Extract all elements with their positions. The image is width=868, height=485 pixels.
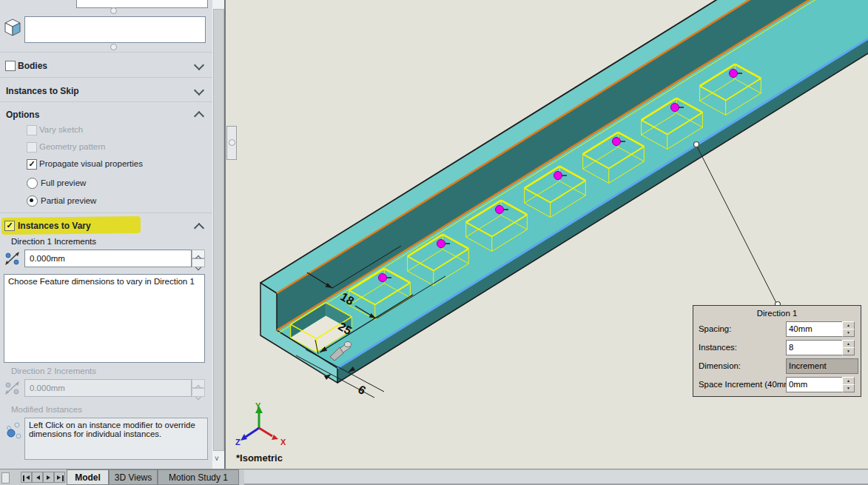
space-increment-input[interactable]: 0mm <box>786 377 844 392</box>
option-label: Full preview <box>41 178 86 187</box>
callout-row-space-increment: Space Increment (40mm) : 0mm ▲▼ <box>693 376 861 395</box>
direction1-callout[interactable]: Direction 1 Spacing: 40mm ▲▼ Instances: … <box>693 305 861 397</box>
graphics-viewport[interactable]: 18 25 6 <box>224 0 868 469</box>
section-options[interactable]: Options <box>0 105 212 124</box>
section-label: Options <box>6 110 39 120</box>
section-label: Instances to Vary <box>18 221 91 231</box>
direction2-increment-input: 0.000mm <box>24 379 192 397</box>
selection-box-2[interactable] <box>24 16 206 43</box>
callout-leader <box>694 142 781 307</box>
orientation-triad <box>240 406 278 441</box>
callout-label: Dimension: <box>699 361 741 370</box>
solid-body-icon <box>4 19 21 37</box>
partial-preview-radio[interactable] <box>27 195 38 207</box>
scrollbar-down-arrow[interactable]: ˅ <box>215 455 219 463</box>
dimension-6[interactable]: 6 <box>356 383 368 397</box>
tab-3d-views[interactable]: 3D Views <box>109 469 158 485</box>
property-manager-panel: Bodies Instances to Skip Options Vary sk… <box>0 0 212 469</box>
callout-title: Direction 1 <box>693 306 861 321</box>
instance-modifier-dot[interactable] <box>437 240 445 248</box>
bodies-checkbox[interactable] <box>5 61 16 71</box>
instances-value-input[interactable]: 8 <box>786 340 844 355</box>
tabbar-empty-area <box>244 470 868 485</box>
callout-label: Space Increment (40mm) : <box>699 380 798 389</box>
resize-handle-icon[interactable] <box>110 7 117 14</box>
full-preview-radio[interactable] <box>27 178 38 189</box>
instance-modifier-dot[interactable] <box>554 172 562 180</box>
modified-instances-label: Modified Instances <box>11 405 82 414</box>
direction1-dimensions-listbox[interactable]: Choose Feature dimensions to vary in Dir… <box>4 274 205 363</box>
spacing-spinner[interactable]: ▲▼ <box>842 321 855 337</box>
direction1-increment-input[interactable]: 0.000mm <box>24 250 192 267</box>
section-instances-to-skip[interactable]: Instances to Skip <box>0 81 212 101</box>
geometry-pattern-checkbox[interactable] <box>27 142 37 153</box>
spinner-up-button[interactable] <box>192 250 205 258</box>
spacing-increment-icon-disabled <box>2 379 22 397</box>
next-tab-button[interactable] <box>43 472 54 483</box>
chevron-up-icon[interactable] <box>194 111 204 121</box>
prev-tab-button[interactable] <box>32 472 43 483</box>
panel-splitter-handle[interactable] <box>226 126 237 160</box>
chevron-up-icon[interactable] <box>194 223 204 233</box>
instance-modifier-dot[interactable] <box>613 138 621 146</box>
selection-box-1[interactable] <box>76 0 208 8</box>
instance-modifier-dot[interactable] <box>496 206 504 214</box>
section-bodies[interactable]: Bodies <box>0 56 212 76</box>
space-increment-spinner[interactable]: ▲▼ <box>842 377 855 392</box>
option-label: Partial preview <box>41 196 96 205</box>
view-orientation-label: *Isometric <box>236 452 283 464</box>
section-label: Bodies <box>18 61 47 71</box>
splitter-circle-icon <box>229 139 235 146</box>
spinner-down-button[interactable] <box>192 258 205 267</box>
instance-modifier-dot[interactable] <box>730 70 738 78</box>
instance-modifier-dots-icon <box>1 419 24 441</box>
option-label: Vary sketch <box>39 125 83 134</box>
solidworks-window: Bodies Instances to Skip Options Vary sk… <box>0 0 868 485</box>
tab-model[interactable]: Model <box>67 469 109 485</box>
callout-row-spacing: Spacing: 40mm ▲▼ <box>693 321 861 339</box>
chevron-down-icon[interactable] <box>194 85 204 96</box>
resize-handle-icon[interactable] <box>110 44 117 50</box>
instance-modifier-dot[interactable] <box>671 104 679 112</box>
option-label: Geometry pattern <box>39 142 105 151</box>
spacing-increment-icon <box>2 250 22 267</box>
dimension-mode-cell[interactable]: Increment <box>786 358 858 374</box>
last-tab-button[interactable] <box>54 472 65 483</box>
3d-scene: 18 25 6 <box>226 0 868 469</box>
triad-x-label: X <box>280 438 286 446</box>
spacing-value-input[interactable]: 40mm <box>786 321 844 337</box>
callout-row-instances: Instances: 8 ▲▼ <box>693 339 861 358</box>
section-instances-to-vary[interactable]: Instances to Vary <box>0 219 212 237</box>
horizontal-scroll-stub[interactable] <box>1 472 10 484</box>
scrollbar-thumb[interactable] <box>213 9 224 451</box>
direction2-increments-label: Direction 2 Increments <box>11 367 96 375</box>
spinner-down-button-disabled <box>192 388 205 397</box>
callout-label: Spacing: <box>699 324 731 333</box>
instances-spinner[interactable]: ▲▼ <box>842 340 855 355</box>
callout-row-dimension: Dimension: Increment <box>693 358 861 376</box>
direction1-increments-label: Direction 1 Increments <box>11 237 96 246</box>
instances-to-vary-checkbox[interactable] <box>4 221 15 231</box>
first-tab-button[interactable] <box>21 472 32 483</box>
modified-instances-box[interactable]: Left Click on an instance modifier to ov… <box>24 418 208 460</box>
bottom-tab-bar: Model 3D Views Motion Study 1 <box>0 469 868 485</box>
triad-z-label: Z <box>235 438 240 446</box>
panel-scrollbar[interactable]: ˅ <box>212 0 224 469</box>
vary-sketch-checkbox[interactable] <box>27 125 37 136</box>
spinner-up-button-disabled <box>192 379 205 388</box>
tab-motion-study-1[interactable]: Motion Study 1 <box>158 469 239 485</box>
propagate-checkbox[interactable] <box>27 159 37 170</box>
chevron-down-icon[interactable] <box>194 60 204 70</box>
instance-modifier-dot[interactable] <box>379 274 387 282</box>
option-label: Propagate visual properties <box>39 159 143 168</box>
section-label: Instances to Skip <box>6 86 79 96</box>
triad-y-label: Y <box>255 401 261 410</box>
callout-label: Instances: <box>699 343 737 352</box>
